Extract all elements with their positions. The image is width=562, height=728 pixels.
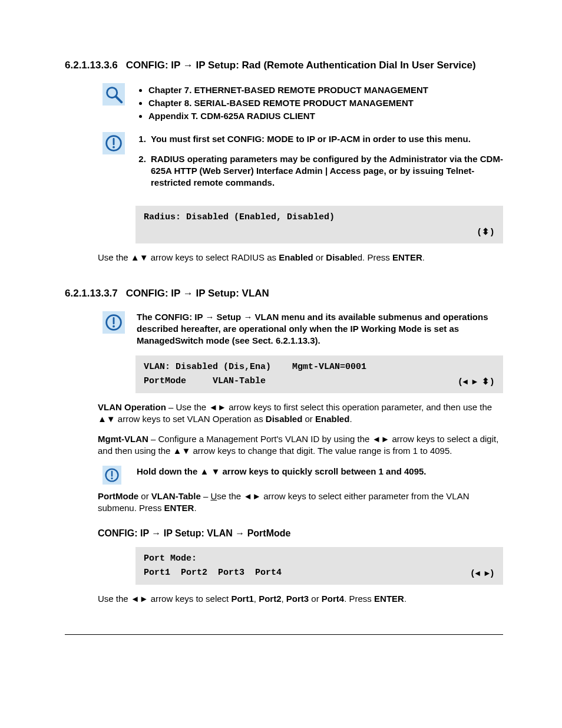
section-heading-6213336: 6.2.1.13.3.6 CONFIG: IP → IP Setup: Rad … [65, 59, 503, 73]
terminal-display-vlan: VLAN: Disabled (Dis,Ena) Mgmt-VLAN=0001 … [135, 355, 503, 393]
page-footer-rule [65, 634, 503, 635]
reference-list: Chapter 7. ETHERNET-BASED REMOTE PRODUCT… [137, 84, 503, 123]
note-text: The CONFIG: IP → Setup → VLAN menu and i… [137, 311, 503, 347]
magnifier-icon [103, 83, 125, 106]
mgmt-vlan-text: Mgmt-VLAN – Configure a Management Port'… [98, 433, 503, 457]
svg-point-6 [113, 146, 115, 148]
info-icon [103, 132, 125, 154]
instruction-text: Use the ▲▼ arrow keys to select RADIUS a… [98, 252, 503, 263]
subsection-heading-portmode: CONFIG: IP → IP Setup: VLAN → PortMode [98, 527, 503, 540]
terminal-nav-indicator: (◂ ▸ ⬍) [459, 374, 495, 388]
portmode-instruction-text: Use the ◄► arrow keys to select Port1, P… [98, 593, 503, 605]
svg-point-10 [113, 325, 115, 328]
reference-block: Chapter 7. ETHERNET-BASED REMOTE PRODUCT… [103, 83, 503, 124]
terminal-line: Radius: Disabled (Enabled, Disabled) [144, 212, 335, 222]
note-item: RADIUS operating parameters may be confi… [148, 153, 503, 189]
terminal-nav-indicator: (◂ ▸) [471, 566, 495, 580]
note-block: Hold down the ▲ ▼ arrow keys to quickly … [103, 466, 503, 485]
terminal-display-portmode: Port Mode: Port1 Port2 Port3 Port4(◂ ▸) [135, 547, 503, 585]
terminal-display-radius: Radius: Disabled (Enabled, Disabled) (⬍) [135, 206, 503, 243]
reference-item: Chapter 7. ETHERNET-BASED REMOTE PRODUCT… [148, 84, 503, 96]
note-item: You must first set CONFIG: MODE to IP or… [148, 133, 503, 145]
section-heading-6213337: 6.2.1.13.3.7 CONFIG: IP → IP Setup: VLAN [65, 287, 503, 301]
svg-point-14 [111, 477, 113, 479]
terminal-line: VLAN: Disabled (Dis,Ena) Mgmt-VLAN=0001 [144, 362, 366, 372]
terminal-nav-indicator: (⬍) [144, 225, 495, 239]
section-title: CONFIG: IP → IP Setup: VLAN [126, 287, 503, 301]
note-block: You must first set CONFIG: MODE to IP or… [103, 132, 503, 197]
note-text: Hold down the ▲ ▼ arrow keys to quickly … [137, 466, 503, 477]
terminal-line: Port1 Port2 Port3 Port4 [144, 568, 282, 578]
note-block: The CONFIG: IP → Setup → VLAN menu and i… [103, 311, 503, 347]
vlan-operation-text: VLAN Operation – Use the ◄► arrow keys t… [98, 401, 503, 426]
portmode-vlantable-text: PortMode or VLAN-Table – Use the ◄► arro… [98, 490, 503, 515]
info-icon [103, 466, 121, 485]
reference-item: Chapter 8. SERIAL-BASED REMOTE PRODUCT M… [148, 97, 503, 109]
terminal-line: PortMode VLAN-Table [144, 376, 266, 386]
reference-item: Appendix T. CDM-625A RADIUS CLIENT [148, 110, 503, 122]
info-icon [103, 311, 125, 334]
section-number: 6.2.1.13.3.6 [65, 59, 118, 73]
section-title: CONFIG: IP → IP Setup: Rad (Remote Authe… [126, 59, 503, 73]
section-number: 6.2.1.13.3.7 [65, 287, 118, 301]
terminal-line: Port Mode: [144, 554, 197, 564]
note-list: You must first set CONFIG: MODE to IP or… [137, 133, 503, 189]
